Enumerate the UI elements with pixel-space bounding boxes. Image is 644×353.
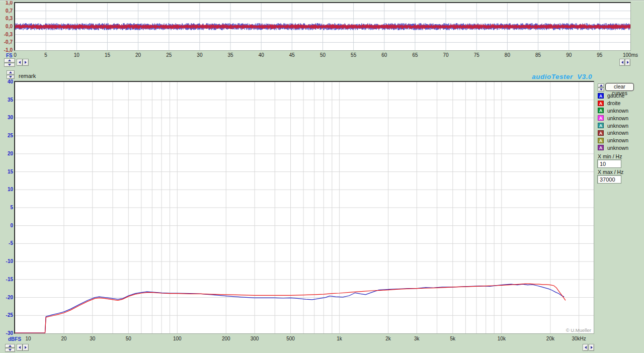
y-tick-label: 20 bbox=[0, 151, 13, 156]
legend-item: A droite bbox=[598, 100, 628, 107]
response-plot bbox=[14, 81, 594, 334]
right-arrow-icon bbox=[591, 346, 593, 349]
x-tick-label: 20k bbox=[546, 336, 554, 341]
x-tick-label: 30 bbox=[90, 336, 95, 341]
x-tick-label: 10k bbox=[498, 336, 506, 341]
x-tick-label: 10 bbox=[25, 336, 31, 341]
x-tick-label: 100ms bbox=[623, 52, 638, 58]
scope-zoom-down-button[interactable] bbox=[4, 63, 15, 67]
section-divider bbox=[0, 0, 644, 1]
x-min-input[interactable] bbox=[597, 159, 621, 168]
x-tick-label: 95 bbox=[597, 52, 602, 58]
x-tick-label: 30 bbox=[197, 52, 202, 58]
x-tick-label: 5 bbox=[44, 52, 47, 58]
response-scroll-left-button-2[interactable] bbox=[583, 344, 588, 351]
up-arrow-icon bbox=[600, 84, 603, 86]
y-tick-label: 0 bbox=[0, 223, 13, 228]
x-tick-label: 5k bbox=[450, 336, 456, 341]
x-tick-label: 3k bbox=[414, 336, 420, 341]
legend-item: A unknown bbox=[598, 114, 628, 122]
response-zoom-up-button[interactable] bbox=[5, 344, 15, 348]
scope-zoom-up-button[interactable] bbox=[4, 58, 15, 63]
legend-up-button[interactable] bbox=[598, 83, 604, 87]
x-tick-label: 40 bbox=[259, 52, 264, 58]
legend-item: A unknown bbox=[598, 129, 628, 137]
x-min-label: X min / Hz bbox=[598, 153, 622, 159]
left-arrow-icon bbox=[19, 61, 21, 64]
scope-scroll-right-button-2[interactable] bbox=[625, 59, 630, 66]
scope-canvas bbox=[15, 3, 630, 50]
x-tick-label: 25 bbox=[166, 52, 172, 58]
curve-label: unknown bbox=[607, 145, 628, 151]
x-tick-label: 1k bbox=[337, 336, 342, 341]
y-tick-label: -30 bbox=[0, 331, 13, 336]
x-tick-label: 75 bbox=[474, 52, 479, 58]
x-max-input[interactable] bbox=[597, 175, 621, 184]
y-tick-label: -15 bbox=[0, 277, 13, 282]
x-tick-label: 20 bbox=[61, 336, 66, 341]
response-scroll-right-button-2[interactable] bbox=[589, 344, 594, 351]
down-arrow-icon bbox=[9, 349, 12, 351]
scope-scroll-left-button[interactable] bbox=[17, 59, 23, 66]
y-tick-label: 35 bbox=[0, 98, 13, 103]
curve-color-swatch: A bbox=[598, 130, 604, 136]
down-arrow-icon bbox=[600, 89, 603, 91]
legend-items: A gauche A droite A unknown A unknown A … bbox=[598, 92, 628, 151]
x-tick-label: 200 bbox=[222, 336, 230, 341]
y-tick-label: -10 bbox=[0, 259, 13, 264]
legend-item: A gauche bbox=[598, 92, 628, 100]
x-tick-label: 90 bbox=[566, 52, 572, 58]
response-scroll-left-button[interactable] bbox=[17, 344, 23, 351]
response-zoom-down-button[interactable] bbox=[5, 348, 15, 352]
scope-zoom-spinner bbox=[4, 58, 15, 67]
curve-color-swatch: A bbox=[598, 138, 604, 143]
scope-plot bbox=[14, 2, 631, 51]
curve-label: gauche bbox=[607, 93, 624, 99]
y-tick-label: 0,0 bbox=[0, 24, 13, 29]
scope-y-axis-unit: FS bbox=[6, 53, 13, 58]
curve-label: unknown bbox=[607, 137, 628, 143]
curve-label: unknown bbox=[607, 115, 628, 121]
curve-color-swatch: A bbox=[598, 145, 604, 150]
y-tick-label: 0,3 bbox=[0, 16, 13, 21]
right-arrow-icon bbox=[25, 61, 27, 64]
scope-scroll-left-button-2[interactable] bbox=[619, 59, 625, 66]
response-canvas bbox=[15, 82, 594, 333]
x-tick-label: 0 bbox=[14, 52, 17, 58]
x-tick-label: 500 bbox=[286, 336, 295, 341]
y-tick-label: -20 bbox=[0, 295, 13, 300]
x-tick-label: 10 bbox=[74, 52, 79, 58]
scope-scroll-right-button[interactable] bbox=[23, 59, 29, 66]
legend-down-button[interactable] bbox=[598, 87, 604, 92]
y-tick-label: -0,3 bbox=[0, 32, 13, 37]
y-tick-label: 10 bbox=[0, 187, 13, 192]
up-arrow-icon bbox=[8, 59, 11, 61]
legend-item: A unknown bbox=[598, 144, 628, 152]
response-y-axis-unit: dBFS bbox=[8, 336, 21, 342]
legend-item: A unknown bbox=[598, 137, 628, 144]
y-tick-label: 15 bbox=[0, 169, 13, 174]
response-scroll-right-button[interactable] bbox=[23, 344, 29, 351]
left-arrow-icon bbox=[585, 346, 587, 349]
x-tick-label: 65 bbox=[412, 52, 418, 58]
y-tick-label: 5 bbox=[0, 205, 13, 210]
right-arrow-icon bbox=[25, 346, 27, 349]
x-tick-label: 50 bbox=[126, 336, 131, 341]
remark-up-button[interactable] bbox=[7, 70, 15, 75]
down-arrow-icon bbox=[8, 64, 11, 66]
curve-label: unknown bbox=[607, 123, 628, 129]
x-tick-label: 20 bbox=[135, 52, 141, 58]
legend-spinner bbox=[598, 83, 604, 92]
x-tick-label: 15 bbox=[105, 52, 110, 58]
remark-down-button[interactable] bbox=[7, 75, 15, 79]
curve-color-swatch: A bbox=[598, 108, 604, 113]
x-tick-label: 80 bbox=[505, 52, 510, 58]
audiotester-app: { "app": { "title": "audioTester V3.0", … bbox=[0, 0, 644, 353]
x-max-label: X max / Hz bbox=[598, 169, 623, 175]
x-tick-label: 50 bbox=[320, 52, 326, 58]
y-tick-label: 25 bbox=[0, 133, 13, 138]
x-tick-label: 30kHz bbox=[572, 336, 586, 341]
x-tick-label: 60 bbox=[381, 52, 387, 58]
clear-curves-button[interactable]: clear curves bbox=[605, 83, 634, 91]
left-arrow-icon bbox=[621, 61, 623, 64]
